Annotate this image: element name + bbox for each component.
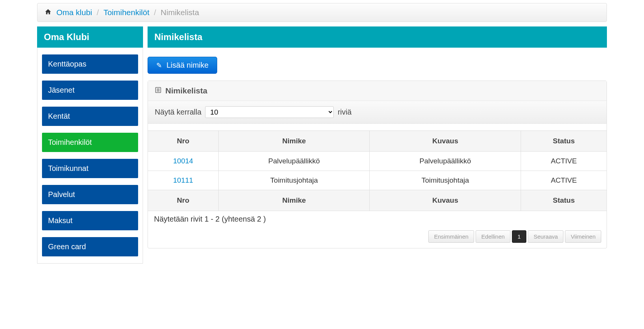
sidebar-item-3[interactable]: Toimihenkilöt: [42, 133, 138, 152]
page-first-button[interactable]: Ensimmäinen: [428, 230, 474, 243]
footcol-kuvaus: Kuvaus: [370, 190, 521, 211]
sidebar-item-1[interactable]: Jäsenet: [42, 81, 138, 100]
sidebar-title: Oma Klubi: [37, 26, 143, 48]
sidebar-list: KenttäopasJäsenetKentätToimihenkilötToim…: [37, 48, 143, 264]
page-last-button[interactable]: Viimeinen: [565, 230, 601, 243]
col-status[interactable]: Status: [521, 131, 607, 152]
add-nimike-button[interactable]: ✎ Lisää nimike: [148, 57, 217, 74]
table-row: 10111ToimitusjohtajaToimitusjohtajaACTIV…: [148, 171, 607, 190]
cell: ACTIVE: [521, 171, 607, 190]
cell: Toimitusjohtaja: [218, 171, 370, 190]
cell-nro-link[interactable]: 10111: [148, 171, 218, 190]
breadcrumb-sep: /: [97, 8, 99, 17]
rows-per-page-select[interactable]: 10: [205, 106, 334, 118]
nimikelista-panel: Nimikelista Näytä kerralla 10 riviä: [148, 81, 607, 248]
breadcrumb-home[interactable]: Oma klubi: [56, 8, 92, 17]
col-nimike[interactable]: Nimike: [218, 131, 370, 152]
page-1-button[interactable]: 1: [512, 230, 526, 243]
table-footer-row: Nro Nimike Kuvaus Status: [148, 190, 607, 211]
sidebar-item-2[interactable]: Kentät: [42, 107, 138, 126]
cell: Palvelupäällikkö: [218, 152, 370, 171]
sidebar-item-7[interactable]: Green card: [42, 237, 138, 256]
breadcrumb-current: Nimikelista: [161, 8, 199, 17]
footcol-nro: Nro: [148, 190, 218, 211]
length-prefix: Näytä kerralla: [155, 108, 201, 116]
length-suffix: riviä: [338, 108, 352, 116]
page-prev-button[interactable]: Edellinen: [476, 230, 510, 243]
footcol-nimike: Nimike: [218, 190, 370, 211]
pagination: Ensimmäinen Edellinen 1 Seuraava Viimein…: [148, 227, 607, 248]
breadcrumb-sep: /: [154, 8, 156, 17]
sidebar-item-5[interactable]: Palvelut: [42, 185, 138, 204]
panel-title-text: Nimikelista: [165, 86, 207, 95]
sidebar-item-4[interactable]: Toimikunnat: [42, 159, 138, 178]
table-row: 10014PalvelupäällikköPalvelupäällikköACT…: [148, 152, 607, 171]
add-button-label: Lisää nimike: [166, 61, 208, 70]
breadcrumb-section[interactable]: Toimihenkilöt: [103, 8, 149, 17]
sidebar: Oma Klubi KenttäopasJäsenetKentätToimihe…: [37, 26, 143, 264]
page-next-button[interactable]: Seuraava: [528, 230, 563, 243]
sidebar-item-0[interactable]: Kenttäopas: [42, 54, 138, 74]
cell: Palvelupäällikkö: [370, 152, 521, 171]
nimike-table: Nro Nimike Kuvaus Status 10014Palvelupää…: [148, 130, 607, 211]
cell-nro-link[interactable]: 10014: [148, 152, 218, 171]
cell: ACTIVE: [521, 152, 607, 171]
footcol-status: Status: [521, 190, 607, 211]
table-info: Näytetään rivit 1 - 2 (yhteensä 2 ): [148, 211, 607, 227]
length-control: Näytä kerralla 10 riviä: [148, 101, 607, 124]
main-content: Nimikelista ✎ Lisää nimike Nimikelista N…: [148, 26, 607, 264]
sidebar-item-6[interactable]: Maksut: [42, 211, 138, 230]
table-header-row: Nro Nimike Kuvaus Status: [148, 131, 607, 152]
col-kuvaus[interactable]: Kuvaus: [370, 131, 521, 152]
col-nro[interactable]: Nro: [148, 131, 218, 152]
home-icon: [44, 8, 52, 17]
panel-header: Nimikelista: [148, 81, 607, 101]
breadcrumb: Oma klubi / Toimihenkilöt / Nimikelista: [37, 3, 607, 22]
cell: Toimitusjohtaja: [370, 171, 521, 190]
page-title: Nimikelista: [148, 26, 607, 48]
pencil-icon: ✎: [156, 61, 162, 70]
list-icon: [155, 87, 162, 95]
